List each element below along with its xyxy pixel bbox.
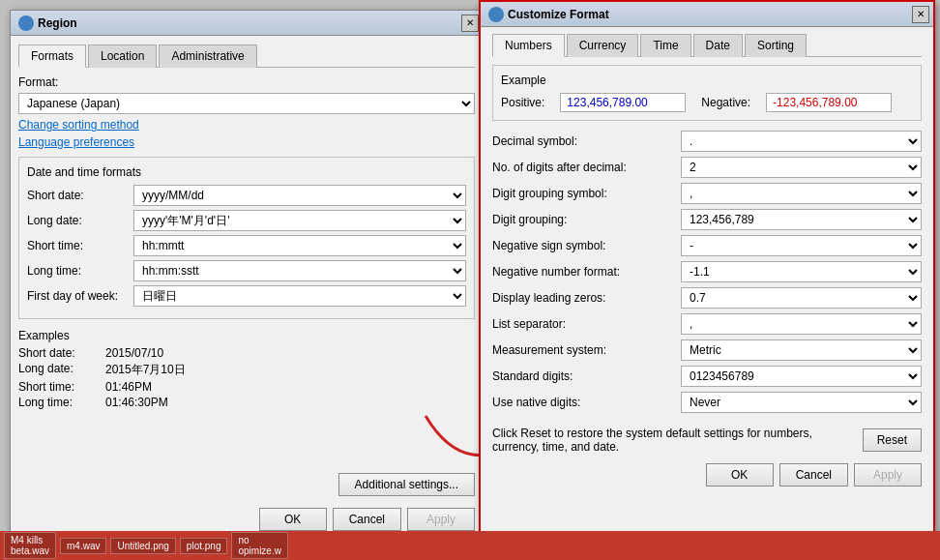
cf-select-8[interactable]: Metric <box>681 339 922 361</box>
long-date-select[interactable]: yyyy'年'M'月'd'日' <box>133 210 466 231</box>
cf-label-3: Digit grouping: <box>492 213 681 226</box>
taskbar-item-3[interactable]: plot.png <box>180 538 228 554</box>
short-date-label: Short date: <box>27 189 133 202</box>
cf-row-4: Negative sign symbol:- <box>492 235 922 256</box>
positive-label: Positive: <box>501 96 544 109</box>
taskbar-item-1[interactable]: m4.wav <box>60 538 106 554</box>
cf-label-7: List separator: <box>492 317 681 331</box>
taskbar-item-0[interactable]: M4 killsbeta.wav <box>4 532 56 559</box>
ex-short-date: Short date: 2015/07/10 <box>18 346 475 360</box>
customize-body: Numbers Currency Time Date Sorting Examp… <box>481 27 933 492</box>
region-tab-bar: Formats Location Administrative <box>18 44 475 68</box>
cf-row-0: Decimal symbol:. <box>492 131 922 152</box>
region-ok-button[interactable]: OK <box>259 508 327 531</box>
short-time-select[interactable]: hh:mmtt <box>133 235 466 256</box>
cf-row-10: Use native digits:Never <box>492 392 922 413</box>
region-title: Region <box>38 16 77 30</box>
ex-short-date-value: 2015/07/10 <box>105 346 163 360</box>
ex-long-time-label: Long time: <box>18 396 105 409</box>
cf-select-1[interactable]: 2 <box>681 157 922 178</box>
additional-settings-button[interactable]: Additional settings... <box>338 473 475 496</box>
tab-administrative[interactable]: Administrative <box>159 44 256 68</box>
cf-label-9: Standard digits: <box>492 369 681 383</box>
cf-select-2[interactable]: , <box>681 183 922 204</box>
region-close-button[interactable]: ✕ <box>461 15 479 32</box>
customize-cancel-button[interactable]: Cancel <box>779 463 848 486</box>
negative-value: -123,456,789.00 <box>766 93 892 112</box>
cf-row-2: Digit grouping symbol:, <box>492 183 922 204</box>
reset-text: Click Reset to restore the system defaul… <box>492 427 851 454</box>
cf-select-10[interactable]: Never <box>681 392 922 413</box>
customize-tab-bar: Numbers Currency Time Date Sorting <box>492 33 922 57</box>
first-day-row: First day of week: 日曜日 <box>27 285 466 307</box>
cf-row-6: Display leading zeros:0.7 <box>492 287 922 309</box>
region-cancel-button[interactable]: Cancel <box>333 508 401 531</box>
cf-row-5: Negative number format:-1.1 <box>492 261 922 282</box>
ex-short-time-value: 01:46PM <box>105 380 152 394</box>
ex-long-date: Long date: 2015年7月10日 <box>18 362 475 378</box>
customize-close-button[interactable]: ✕ <box>912 6 929 23</box>
ex-long-date-value: 2015年7月10日 <box>105 362 186 378</box>
cf-row-7: List separator:, <box>492 313 922 335</box>
examples-title: Examples <box>18 329 475 342</box>
region-dialog-buttons: OK Cancel Apply <box>259 508 475 531</box>
cf-select-3[interactable]: 123,456,789 <box>681 209 922 230</box>
reset-area: Click Reset to restore the system defaul… <box>492 421 922 459</box>
cf-row-3: Digit grouping:123,456,789 <box>492 209 922 230</box>
example-numbers: Positive: 123,456,789.00 Negative: -123,… <box>501 93 913 112</box>
cf-select-0[interactable]: . <box>681 131 922 152</box>
tab-location[interactable]: Location <box>88 44 157 68</box>
taskbar: M4 killsbeta.wav m4.wav Untitled.png plo… <box>0 531 940 560</box>
taskbar-item-4[interactable]: noopimize.w <box>231 532 287 559</box>
tab-time[interactable]: Time <box>640 34 690 57</box>
customize-globe-icon <box>488 7 504 22</box>
cf-select-5[interactable]: -1.1 <box>681 261 922 282</box>
long-time-select[interactable]: hh:mm:sstt <box>133 260 466 281</box>
negative-label: Negative: <box>701 96 750 109</box>
short-date-row: Short date: yyyy/MM/dd <box>27 185 466 206</box>
customize-title-left: Customize Format <box>488 7 609 22</box>
cf-label-8: Measurement system: <box>492 343 681 357</box>
customize-ok-button[interactable]: OK <box>706 463 774 486</box>
customize-dialog: Customize Format ✕ Numbers Currency Time… <box>479 0 935 560</box>
tab-date[interactable]: Date <box>693 34 743 57</box>
cf-select-4[interactable]: - <box>681 235 922 256</box>
date-time-section: Date and time formats Short date: yyyy/M… <box>18 157 475 319</box>
reset-button[interactable]: Reset <box>863 428 922 452</box>
cf-row-8: Measurement system:Metric <box>492 339 922 361</box>
tab-sorting[interactable]: Sorting <box>745 34 807 57</box>
short-date-select[interactable]: yyyy/MM/dd <box>133 185 466 206</box>
date-time-title: Date and time formats <box>27 165 466 179</box>
tab-numbers[interactable]: Numbers <box>492 34 565 57</box>
customize-title: Customize Format <box>508 8 609 21</box>
format-select[interactable]: Japanese (Japan) <box>18 93 475 114</box>
cf-label-0: Decimal symbol: <box>492 134 681 148</box>
region-dialog: Region ✕ Formats Location Administrative… <box>10 10 484 540</box>
tab-formats[interactable]: Formats <box>18 44 86 68</box>
ex-long-time: Long time: 01:46:30PM <box>18 396 475 409</box>
ex-short-time: Short time: 01:46PM <box>18 380 475 394</box>
format-label: Format: <box>18 75 475 89</box>
cf-select-6[interactable]: 0.7 <box>681 287 922 309</box>
change-sorting-link[interactable]: Change sorting method <box>18 118 475 132</box>
title-left: Region <box>18 15 77 31</box>
ex-short-time-label: Short time: <box>18 380 105 394</box>
first-day-select[interactable]: 日曜日 <box>133 285 466 307</box>
region-apply-button[interactable]: Apply <box>407 508 475 531</box>
region-body: Formats Location Administrative Format: … <box>11 36 483 419</box>
example-box: Example Positive: 123,456,789.00 Negativ… <box>492 65 922 121</box>
cf-row-9: Standard digits:0123456789 <box>492 366 922 387</box>
cf-label-10: Use native digits: <box>492 396 681 409</box>
taskbar-item-2[interactable]: Untitled.png <box>110 538 175 554</box>
cf-rows: Decimal symbol:.No. of digits after deci… <box>492 131 922 413</box>
tab-currency[interactable]: Currency <box>567 34 639 57</box>
long-time-label: Long time: <box>27 264 133 278</box>
short-time-label: Short time: <box>27 239 133 252</box>
cf-row-1: No. of digits after decimal:2 <box>492 157 922 178</box>
language-preferences-link[interactable]: Language preferences <box>18 135 475 149</box>
cf-select-9[interactable]: 0123456789 <box>681 366 922 387</box>
cf-select-7[interactable]: , <box>681 313 922 335</box>
customize-title-bar: Customize Format ✕ <box>481 2 933 27</box>
long-date-row: Long date: yyyy'年'M'月'd'日' <box>27 210 466 231</box>
customize-apply-button[interactable]: Apply <box>854 463 922 486</box>
